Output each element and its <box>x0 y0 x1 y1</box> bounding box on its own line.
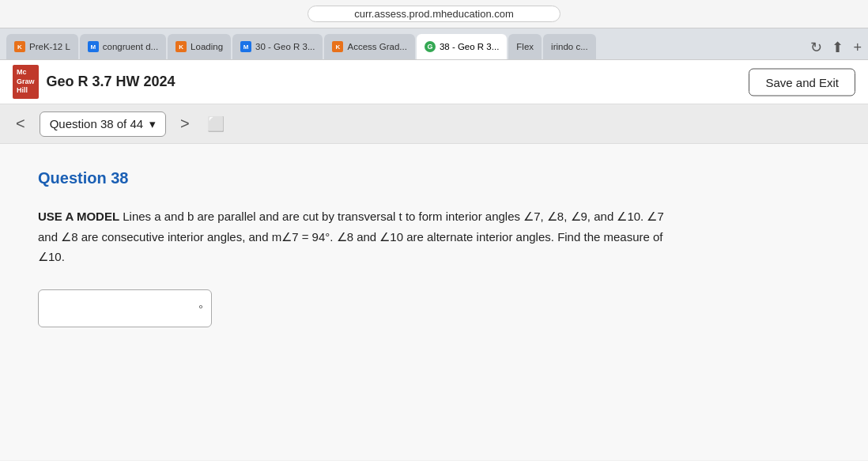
degree-symbol: ° <box>198 301 203 315</box>
tab-favicon-prek12: K <box>14 41 25 52</box>
answer-input[interactable] <box>47 301 187 315</box>
tab-congruent[interactable]: M congruent d... <box>80 34 166 59</box>
answer-input-container: ° <box>38 289 212 327</box>
dropdown-arrow-icon: ▾ <box>149 117 156 131</box>
app-title: Geo R 3.7 HW 2024 <box>47 74 175 90</box>
tab-label-30geo: 30 - Geo R 3... <box>255 42 315 51</box>
tab-label-38geo: 38 - Geo R 3... <box>440 42 499 51</box>
use-a-model-label: USE A MODEL <box>38 210 119 223</box>
app-header: Mc Graw Hill Geo R 3.7 HW 2024 Save and … <box>0 60 868 104</box>
tab-favicon-access: K <box>332 41 343 52</box>
tab-prek12[interactable]: K PreK-12 L <box>6 34 78 59</box>
tab-flex[interactable]: Flex <box>508 34 542 59</box>
tab-irindo[interactable]: irindo c... <box>543 34 596 59</box>
next-question-button[interactable]: > <box>174 111 196 136</box>
tab-label-flex: Flex <box>516 42 534 51</box>
prev-question-button[interactable]: < <box>9 111 32 136</box>
browser-chrome: curr.assess.prod.mheducation.com K PreK-… <box>0 0 868 144</box>
tab-loading[interactable]: K Loading <box>168 34 231 59</box>
tab-access[interactable]: K Access Grad... <box>324 34 414 59</box>
question-body-text: Lines a and b are parallel and are cut b… <box>38 210 664 263</box>
new-tab-icon[interactable]: + <box>853 40 862 56</box>
tab-favicon-30geo: M <box>240 41 251 52</box>
tab-bar: K PreK-12 L M congruent d... K Loading M… <box>0 28 868 60</box>
tab-label-loading: Loading <box>191 42 223 51</box>
tab-label-access: Access Grad... <box>347 42 406 51</box>
tab-label-irindo: irindo c... <box>551 42 588 51</box>
question-heading: Question 38 <box>38 169 830 187</box>
address-url[interactable]: curr.assess.prod.mheducation.com <box>308 6 560 22</box>
browser-actions: ↻ ⬆ + <box>810 39 862 59</box>
tab-38geo[interactable]: G 38 - Geo R 3... <box>417 34 507 59</box>
logo-block: Mc Graw Hill Geo R 3.7 HW 2024 <box>13 65 175 99</box>
tab-favicon-loading: K <box>175 41 187 52</box>
question-selector-dropdown[interactable]: Question 38 of 44 ▾ <box>40 111 166 137</box>
question-nav-bar: < Question 38 of 44 ▾ > ⬜ <box>0 104 868 144</box>
tab-favicon-38geo: G <box>425 41 436 52</box>
address-bar: curr.assess.prod.mheducation.com <box>0 0 868 28</box>
tab-label-congruent: congruent d... <box>103 42 158 51</box>
mcgrawhill-logo: Mc Graw Hill <box>13 65 39 99</box>
save-and-exit-button[interactable]: Save and Exit <box>749 68 855 96</box>
share-icon[interactable]: ⬆ <box>832 39 843 56</box>
tab-favicon-congruent: M <box>88 41 99 52</box>
main-content: Question 38 USE A MODEL Lines a and b ar… <box>0 144 868 460</box>
question-selector-label: Question 38 of 44 <box>50 117 143 130</box>
tab-30geo[interactable]: M 30 - Geo R 3... <box>232 34 323 59</box>
tab-label-prek12: PreK-12 L <box>29 42 70 51</box>
refresh-icon[interactable]: ↻ <box>810 39 822 56</box>
bookmark-icon[interactable]: ⬜ <box>207 115 225 133</box>
question-body: USE A MODEL Lines a and b are parallel a… <box>38 206 686 267</box>
answer-area: ° <box>38 289 830 327</box>
